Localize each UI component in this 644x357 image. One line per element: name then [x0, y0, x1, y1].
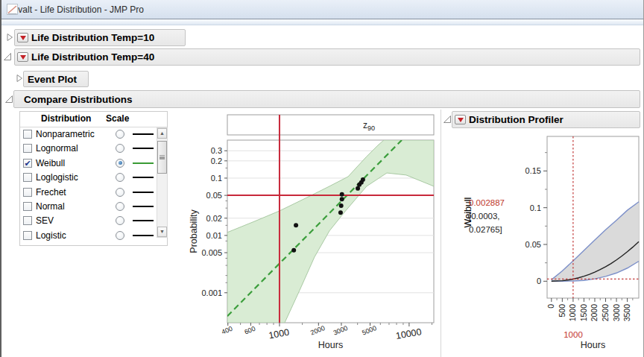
x-tick-label: 1500 — [579, 304, 588, 322]
scale-radio-frechet[interactable] — [116, 188, 124, 197]
checkbox-loglogistic[interactable] — [23, 173, 32, 182]
distribution-list-scrollbar[interactable]: ▲ ▼ — [157, 127, 168, 238]
distribution-row-loglogistic: Loglogistic — [20, 171, 155, 185]
line-style-swatch — [133, 162, 154, 165]
y-tick-label: 0.02 — [206, 214, 222, 223]
y-tick-label: 0.001 — [201, 288, 222, 297]
distribution-label: Weibull — [36, 158, 65, 168]
x-tick-label: 500 — [558, 304, 566, 317]
distribution-label: Logistic — [36, 230, 66, 241]
data-point[interactable] — [294, 223, 298, 227]
panel-title-temp40: Life Distribution Temp=40 — [31, 51, 154, 63]
y-tick-label: 0.05 — [206, 191, 222, 200]
panel-header-temp40[interactable]: Life Distribution Temp=40 — [14, 48, 640, 66]
expand-wedge-profiler[interactable] — [443, 115, 452, 124]
checkbox-nonparametric[interactable] — [23, 130, 32, 139]
line-style-swatch — [133, 148, 154, 151]
line-style-swatch — [133, 235, 154, 238]
panel-header-event-plot[interactable]: Event Plot — [23, 71, 89, 87]
distribution-row-sev: SEV — [20, 214, 155, 228]
panel-title-event-plot: Event Plot — [28, 74, 77, 85]
line-style-swatch — [133, 206, 154, 209]
distribution-label: Nonparametric — [36, 129, 95, 139]
profiler-ci-high: 0.02765] — [469, 225, 502, 234]
scale-radio-nonparametric[interactable] — [116, 130, 124, 139]
y-axis-label: Probability — [189, 209, 199, 253]
panel-header-profiler[interactable]: Distribution Profiler — [452, 111, 640, 128]
collapse-wedge-temp10[interactable] — [5, 33, 14, 42]
panel-header-temp10[interactable]: Life Distribution Temp=10 — [14, 29, 186, 46]
checkbox-logistic[interactable] — [23, 231, 32, 240]
y-tick-label: 0.1 — [211, 174, 222, 183]
checkbox-frechet[interactable] — [23, 188, 32, 197]
distribution-row-frechet: Frechet — [20, 186, 155, 200]
y-tick-label: 0.1 — [530, 203, 541, 212]
window-titlebar[interactable]: Devalt - Life Distribution - JMP Pro — [1, 0, 643, 19]
line-style-swatch — [133, 133, 154, 136]
red-triangle-menu-profiler[interactable] — [455, 115, 466, 124]
distribution-label: Frechet — [36, 187, 66, 198]
profiler-estimate-value: 0.002887 — [469, 198, 505, 207]
data-point[interactable] — [361, 177, 365, 182]
panel-header-compare[interactable]: Compare Distributions — [13, 90, 640, 108]
scale-radio-weibull[interactable] — [116, 159, 124, 168]
scale-radio-sev[interactable] — [116, 216, 124, 225]
y-tick-label: 0.01 — [206, 231, 222, 240]
line-style-swatch — [133, 220, 154, 223]
scrollbar-up-arrow-icon[interactable]: ▲ — [157, 128, 167, 139]
x-axis-label: Hours — [581, 340, 605, 350]
expand-wedge-compare[interactable] — [4, 95, 13, 104]
distribution-rows: NonparametricLognormal✔WeibullLoglogisti… — [20, 127, 155, 243]
red-triangle-icon — [458, 118, 464, 122]
data-point[interactable] — [291, 248, 296, 253]
distribution-label: Normal — [36, 201, 65, 212]
quantile-lane[interactable] — [227, 115, 434, 135]
data-point[interactable] — [339, 203, 344, 208]
x-tick-label: 3000 — [612, 304, 621, 322]
distribution-table: Distribution Scale NonparametricLognorma… — [19, 111, 168, 246]
distribution-row-weibull: ✔Weibull — [20, 157, 155, 171]
expand-wedge-temp40[interactable] — [3, 52, 12, 61]
x-tick-label: 0 — [546, 304, 555, 309]
x-tick-label: 2000 — [309, 324, 326, 337]
data-point[interactable] — [340, 192, 344, 197]
red-triangle-menu-temp40[interactable] — [17, 52, 28, 62]
scale-radio-lognormal[interactable] — [116, 144, 124, 153]
checkbox-lognormal[interactable] — [23, 144, 32, 153]
distribution-table-header: Distribution Scale — [20, 112, 167, 127]
scale-radio-loglogistic[interactable] — [116, 173, 124, 182]
scale-radio-normal[interactable] — [116, 202, 124, 211]
checkbox-weibull[interactable]: ✔ — [23, 159, 32, 168]
profiler-current-x-value[interactable]: 1000 — [557, 330, 590, 339]
profiler-ci-low: [0.0003, — [469, 212, 500, 221]
scrollbar-thumb[interactable] — [157, 141, 167, 174]
x-axis-label: Hours — [318, 340, 343, 350]
scale-radio-logistic[interactable] — [116, 231, 124, 240]
distribution-row-logistic: Logistic — [20, 229, 155, 243]
profiler-plot: 00.050.10.150500100015002000250030003500… — [449, 130, 644, 357]
panel-title-temp10: Life Distribution Temp=10 — [31, 32, 154, 43]
checkbox-normal[interactable] — [23, 202, 32, 211]
data-point[interactable] — [340, 197, 344, 201]
window-title: Devalt - Life Distribution - JMP Pro — [7, 4, 144, 15]
data-point[interactable] — [356, 186, 360, 191]
column-header-scale: Scale — [106, 113, 129, 124]
scrollbar-down-arrow-icon[interactable]: ▼ — [157, 227, 167, 237]
x-tick-label: 10000 — [395, 326, 423, 341]
x-tick-label: 600 — [243, 325, 256, 336]
y-tick-label: 0 — [537, 277, 541, 285]
column-header-distribution: Distribution — [41, 113, 91, 124]
x-tick-label: 400 — [221, 325, 234, 336]
scrollbar-grip — [160, 155, 165, 157]
red-triangle-menu-temp10[interactable] — [17, 33, 28, 42]
checkbox-sev[interactable] — [23, 216, 32, 225]
data-point[interactable] — [338, 210, 343, 215]
y-tick-label: 0.05 — [525, 240, 541, 249]
toolbar-strip — [1, 19, 643, 25]
x-tick-label: 2000 — [590, 304, 599, 322]
panel-title-compare: Compare Distributions — [24, 94, 133, 105]
line-style-swatch — [133, 192, 154, 195]
distribution-label: SEV — [36, 215, 54, 226]
probability-plot: z900.30.20.10.050.020.010.0050.001400600… — [186, 111, 441, 357]
distribution-row-lognormal: Lognormal — [20, 142, 155, 156]
